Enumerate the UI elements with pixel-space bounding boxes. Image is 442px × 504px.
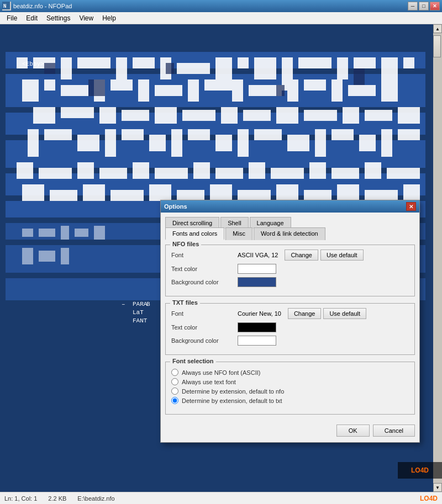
svg-rect-12 [77, 57, 110, 68]
svg-rect-25 [403, 57, 414, 68]
radio-ext-nfo[interactable] [171, 388, 178, 395]
svg-rect-83 [332, 168, 359, 179]
svg-rect-71 [398, 129, 420, 140]
svg-rect-23 [354, 57, 376, 68]
menu-view[interactable]: View [75, 13, 98, 23]
vertical-scrollbar[interactable]: ▲ ▼ [433, 24, 442, 492]
svg-rect-81 [271, 168, 304, 179]
lo4d-status-badge: LO4D [420, 495, 438, 502]
txt-bg-color-swatch[interactable] [238, 336, 276, 346]
svg-rect-53 [365, 110, 392, 121]
radio-ext-txt-label: Determine by extension, default to txt [182, 397, 282, 404]
ok-button[interactable]: OK [336, 425, 370, 437]
cancel-button[interactable]: Cancel [373, 425, 415, 437]
svg-text:LaT: LaT [133, 309, 144, 316]
menu-settings[interactable]: Settings [42, 13, 75, 23]
svg-rect-54 [398, 107, 420, 124]
txt-font-row: Font Courier New, 10 Change Use default [171, 308, 409, 319]
svg-text:–: – [122, 301, 125, 307]
txt-text-color-label: Text color [171, 324, 238, 331]
scrollbar-track[interactable] [433, 33, 442, 483]
svg-rect-46 [155, 107, 177, 124]
txt-default-font-button[interactable]: Use default [323, 308, 366, 319]
tab-shell[interactable]: Shell [220, 217, 248, 229]
dialog-close-button[interactable]: ✕ [406, 202, 416, 211]
nfo-bg-color-swatch[interactable] [238, 277, 276, 287]
radio-text-font[interactable] [171, 378, 178, 385]
svg-rect-80 [249, 162, 265, 179]
svg-rect-115 [61, 226, 69, 240]
window-title: beatdiz.nfo - NFOPad [13, 3, 408, 9]
svg-rect-97 [365, 190, 398, 201]
svg-rect-47 [182, 110, 215, 121]
dialog-content-area: Direct scrolling Shell Language Fonts an… [161, 213, 419, 442]
svg-rect-95 [304, 190, 332, 201]
svg-rect-67 [315, 129, 326, 157]
svg-rect-120 [61, 248, 69, 264]
content-area: <Eboy> PARA LaT FANT – B [0, 24, 442, 492]
svg-rect-68 [332, 129, 354, 140]
tab-direct-scrolling[interactable]: Direct scrolling [165, 217, 219, 229]
nfo-text-color-row: Text color [171, 264, 409, 274]
svg-rect-48 [221, 107, 238, 124]
svg-rect-78 [193, 162, 210, 179]
svg-rect-49 [243, 110, 271, 121]
scroll-up-button[interactable]: ▲ [433, 24, 442, 33]
menu-help[interactable]: Help [98, 13, 120, 23]
tab-fonts-colors[interactable]: Fonts and colors [165, 227, 224, 240]
tab-row-2: Fonts and colors Misc Word & link detect… [165, 227, 415, 239]
txt-change-font-button[interactable]: Change [288, 308, 322, 319]
radio-ext-txt[interactable] [171, 397, 178, 404]
svg-rect-92 [210, 184, 232, 201]
svg-rect-91 [177, 190, 204, 201]
svg-rect-70 [381, 129, 392, 157]
svg-rect-114 [39, 229, 55, 237]
txt-text-color-swatch[interactable] [238, 322, 276, 332]
txt-bg-color-row: Background color [171, 336, 409, 346]
svg-rect-19 [254, 57, 276, 79]
svg-rect-60 [149, 135, 166, 151]
svg-rect-57 [77, 135, 99, 151]
scroll-down-button[interactable]: ▼ [433, 483, 442, 492]
svg-rect-98 [403, 184, 420, 201]
nfo-default-font-button[interactable]: Use default [320, 250, 364, 261]
txt-files-title: TXT files [170, 299, 200, 306]
svg-rect-33 [188, 79, 199, 102]
menu-file[interactable]: File [2, 13, 22, 23]
nfo-text-color-label: Text color [171, 266, 238, 272]
svg-rect-99 [44, 63, 55, 74]
menu-edit[interactable]: Edit [22, 13, 42, 23]
svg-rect-62 [188, 129, 210, 140]
tab-language[interactable]: Language [250, 217, 291, 229]
nfo-change-font-button[interactable]: Change [285, 250, 318, 261]
svg-rect-41 [381, 79, 398, 102]
svg-rect-102 [276, 85, 285, 96]
svg-rect-66 [287, 135, 309, 151]
svg-rect-93 [238, 190, 271, 201]
minimize-button[interactable]: ─ [408, 2, 418, 10]
tab-misc[interactable]: Misc [225, 227, 252, 240]
nfo-font-row: Font ASCII VGA, 12 Change Use default [171, 250, 409, 261]
svg-rect-100 [88, 79, 105, 96]
svg-rect-52 [343, 107, 359, 124]
font-selection-title: Font selection [170, 358, 216, 364]
radio-nfo-font[interactable] [171, 369, 178, 376]
scrollbar-thumb[interactable] [433, 35, 441, 57]
svg-rect-96 [337, 184, 359, 201]
svg-text:PARA: PARA [133, 301, 148, 307]
lo4d-watermark: LO4D [398, 462, 442, 479]
radio-nfo-font-label: Always use NFO font (ASCII) [182, 369, 260, 376]
maximize-button[interactable]: □ [419, 2, 429, 10]
tab-word-link[interactable]: Word & link detection [254, 227, 325, 240]
svg-rect-26 [22, 79, 39, 102]
app-icon: N [2, 2, 11, 10]
svg-text:B: B [146, 301, 150, 307]
cursor-position: Ln: 1, Col: 1 [4, 495, 37, 502]
nfo-font-label: Font [171, 252, 238, 258]
nfo-text-color-swatch[interactable] [238, 264, 276, 274]
txt-font-label: Font [171, 310, 238, 317]
svg-rect-63 [215, 135, 232, 151]
svg-rect-88 [83, 184, 105, 201]
close-window-button[interactable]: ✕ [430, 2, 440, 10]
svg-rect-34 [204, 79, 227, 91]
